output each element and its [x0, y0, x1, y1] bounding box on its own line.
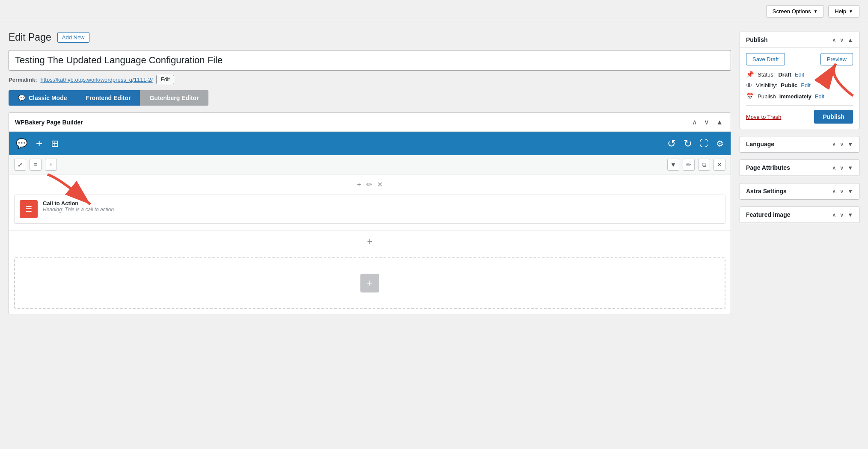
language-collapse-button[interactable]: ▼: [847, 141, 853, 148]
save-draft-button[interactable]: Save Draft: [746, 53, 785, 65]
builder-collapse-down-button[interactable]: ∨: [702, 117, 711, 127]
publish-collapse-button[interactable]: ▲: [847, 37, 853, 43]
toolbar-right: ↺ ↻ ⛶ ⚙: [667, 138, 724, 150]
featured-image-down-button[interactable]: ∨: [840, 212, 844, 218]
visibility-value: Public: [781, 82, 797, 89]
publish-bottom: Move to Trash Publish: [746, 105, 853, 124]
toolbar-left: 💬 + ⊞: [16, 137, 59, 150]
move-to-trash-button[interactable]: Move to Trash: [746, 114, 781, 120]
element-description: Heading: This is a call to action: [43, 207, 114, 213]
frontend-editor-button[interactable]: Frontend Editor: [76, 90, 140, 106]
row-lines-button[interactable]: ≡: [30, 159, 42, 171]
astra-settings-box: Astra Settings ∧ ∨ ▼: [740, 183, 859, 200]
column-add-icon[interactable]: +: [357, 181, 361, 189]
featured-image-up-button[interactable]: ∧: [832, 212, 836, 218]
language-up-button[interactable]: ∧: [832, 141, 836, 148]
frontend-mode-label: Frontend Editor: [86, 95, 131, 101]
row-expand-button[interactable]: ⤢: [14, 159, 26, 171]
page-title-input[interactable]: [9, 50, 731, 71]
status-row: 📌 Status: Draft Edit: [746, 71, 853, 78]
page-wrap: Edit Page Add New Permalink: https://kat…: [0, 23, 868, 323]
row-right-controls: ▼ ✏ ⧉ ✕: [667, 159, 725, 171]
permalink-label: Permalink:: [9, 77, 37, 83]
add-new-button[interactable]: Add New: [57, 32, 89, 43]
astra-settings-collapse-button[interactable]: ▼: [847, 188, 853, 195]
publish-button[interactable]: Publish: [814, 110, 853, 124]
builder-minimize-button[interactable]: ▲: [714, 117, 725, 127]
status-edit-link[interactable]: Edit: [795, 71, 804, 78]
astra-settings-box-title: Astra Settings: [746, 188, 787, 195]
element-icon-symbol: ☰: [25, 204, 32, 214]
page-attributes-box-header: Page Attributes ∧ ∨ ▼: [740, 160, 859, 176]
timing-value: immediately: [779, 93, 812, 100]
publish-up-button[interactable]: ∧: [832, 37, 836, 43]
page-attributes-box: Page Attributes ∧ ∨ ▼: [740, 160, 859, 176]
astra-settings-up-button[interactable]: ∧: [832, 188, 836, 195]
timing-icon: 📅: [746, 92, 754, 100]
visibility-edit-link[interactable]: Edit: [801, 82, 810, 89]
astra-settings-down-button[interactable]: ∨: [840, 188, 844, 195]
publish-box-title: Publish: [746, 36, 768, 43]
builder-section: WPBakery Page Builder ∧ ∨ ▲ 💬 + ⊞ ↺ ↻ ⛶: [9, 112, 731, 314]
classic-mode-button[interactable]: 💬 Classic Mode: [9, 90, 76, 106]
editor-mode-bar: 💬 Classic Mode Frontend Editor Gutenberg…: [9, 90, 731, 106]
add-row-button[interactable]: +: [9, 231, 731, 252]
element-block: ☰ Call to Action Heading: This is a call…: [14, 195, 725, 224]
element-name: Call to Action: [43, 200, 114, 207]
status-value: Draft: [778, 71, 791, 78]
help-arrow-icon: ▼: [849, 9, 853, 14]
column-area: + ✏ ✕ ☰ Call to Action Heading: This is …: [9, 174, 731, 231]
toolbar-grid-icon[interactable]: ⊞: [51, 138, 59, 149]
timing-edit-link[interactable]: Edit: [815, 93, 824, 100]
column-remove-icon[interactable]: ✕: [377, 180, 383, 189]
permalink-edit-button[interactable]: Edit: [156, 75, 175, 84]
column-edit-icon[interactable]: ✏: [366, 180, 372, 189]
row-copy-button[interactable]: ⧉: [698, 159, 710, 171]
astra-settings-header-controls: ∧ ∨ ▼: [832, 188, 853, 195]
page-title: Edit Page: [9, 32, 51, 43]
builder-collapse-up-button[interactable]: ∧: [690, 117, 699, 127]
page-attributes-down-button[interactable]: ∨: [840, 165, 844, 171]
toolbar-settings-icon[interactable]: ⚙: [716, 139, 724, 149]
element-info: Call to Action Heading: This is a call t…: [43, 200, 114, 213]
language-down-button[interactable]: ∨: [840, 141, 844, 148]
featured-image-box: Featured image ∧ ∨ ▼: [740, 207, 859, 223]
builder-header-controls: ∧ ∨ ▲: [690, 117, 725, 127]
featured-image-collapse-button[interactable]: ▼: [847, 212, 853, 218]
permalink-row: Permalink: https://kathyb.otgs.work/word…: [9, 75, 731, 84]
preview-button[interactable]: Preview: [820, 53, 853, 65]
screen-options-arrow-icon: ▼: [813, 9, 817, 14]
empty-row-add-button[interactable]: +: [360, 274, 379, 292]
publish-header-controls: ∧ ∨ ▲: [832, 37, 853, 43]
language-header-controls: ∧ ∨ ▼: [832, 141, 853, 148]
builder-content: ⤢ ≡ + ▼ ✏ ⧉ ✕: [9, 155, 731, 309]
timing-row: 📅 Publish immediately Edit: [746, 92, 853, 100]
row-edit-button[interactable]: ✏: [683, 159, 695, 171]
toolbar-chat-icon[interactable]: 💬: [16, 138, 27, 149]
page-attributes-collapse-button[interactable]: ▼: [847, 165, 853, 171]
publish-down-button[interactable]: ∨: [840, 37, 844, 43]
row-add-button[interactable]: +: [45, 159, 57, 171]
visibility-icon: 👁: [746, 82, 752, 89]
publish-box: Publish ∧ ∨ ▲ Save Draft Preview 📌 Statu…: [740, 32, 859, 129]
toolbar-redo-icon[interactable]: ↻: [684, 138, 692, 150]
toolbar-fullscreen-icon[interactable]: ⛶: [700, 139, 708, 148]
screen-options-button[interactable]: Screen Options ▼: [766, 5, 824, 18]
row-controls: ⤢ ≡ + ▼ ✏ ⧉ ✕: [9, 155, 731, 174]
screen-options-label: Screen Options: [773, 8, 811, 15]
builder-title: WPBakery Page Builder: [15, 119, 83, 126]
visibility-label: Visibility:: [756, 82, 777, 89]
row-delete-button[interactable]: ✕: [713, 159, 725, 171]
empty-row: +: [14, 257, 725, 309]
toolbar-undo-icon[interactable]: ↺: [667, 138, 676, 150]
permalink-link[interactable]: https://kathyb.otgs.work/wordpress_q/111…: [40, 77, 152, 83]
page-attributes-up-button[interactable]: ∧: [832, 165, 836, 171]
row-left-controls: ⤢ ≡ +: [14, 159, 57, 171]
builder-toolbar: 💬 + ⊞ ↺ ↻ ⛶ ⚙: [9, 132, 731, 155]
row-dropdown-button[interactable]: ▼: [667, 159, 679, 171]
publish-box-header: Publish ∧ ∨ ▲: [740, 32, 859, 48]
gutenberg-editor-button[interactable]: Gutenberg Editor: [140, 90, 208, 106]
page-attributes-box-title: Page Attributes: [746, 164, 790, 171]
toolbar-add-icon[interactable]: +: [36, 137, 42, 150]
help-button[interactable]: Help ▼: [828, 5, 859, 18]
